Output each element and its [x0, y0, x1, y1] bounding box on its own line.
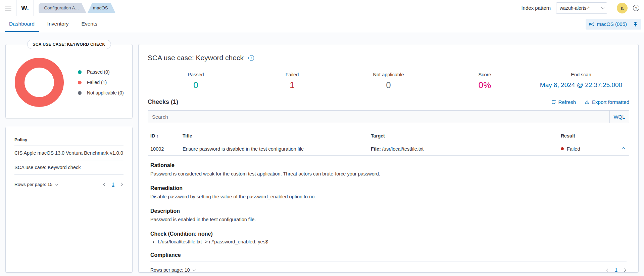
pin-icon[interactable]: [633, 22, 638, 27]
help-icon[interactable]: ?: [633, 5, 639, 11]
tab-events[interactable]: Events: [77, 16, 102, 32]
column-header-id[interactable]: ID↑: [148, 130, 180, 142]
breadcrumb: Configuration A... macOS: [39, 0, 115, 16]
stat-score: Score 0%: [437, 72, 533, 90]
tab-dashboard[interactable]: Dashboard: [5, 16, 39, 32]
checks-pagination: 1: [606, 267, 627, 273]
stat-not-applicable: Not applicable 0: [340, 72, 437, 90]
search-input[interactable]: [148, 111, 609, 123]
not-applicable-dot-icon: [78, 91, 82, 95]
policy-panel: Policy CIS Apple macOS 13.0 Ventura Benc…: [5, 127, 133, 273]
checks-rows-per-page[interactable]: Rows per page: 10: [150, 267, 195, 273]
sort-ascending-icon: ↑: [156, 133, 159, 139]
next-page-icon[interactable]: [119, 182, 123, 187]
sca-main-panel: SCA use case: Keyword check i Passed 0 F…: [138, 44, 639, 273]
content-area: SCA USE CASE: KEYWORD CHECK Passed (0) F…: [0, 32, 644, 273]
menu-icon[interactable]: [5, 6, 11, 10]
refresh-button[interactable]: Refresh: [551, 99, 576, 105]
avatar[interactable]: a: [617, 3, 628, 13]
failed-dot-icon: [78, 81, 82, 84]
checks-table-header: ID↑ Title Target Result: [148, 130, 629, 142]
divider: [16, 0, 16, 16]
page-title: SCA use case: Keyword check: [148, 54, 244, 62]
agent-badge[interactable]: macOS (005): [586, 19, 641, 30]
stats-row: Passed 0 Failed 1 Not applicable 0 Score…: [148, 72, 629, 90]
info-icon[interactable]: i: [248, 55, 254, 61]
index-pattern-value: wazuh-alerts-*: [560, 5, 590, 11]
index-pattern-select[interactable]: wazuh-alerts-*: [556, 2, 607, 14]
export-formatted-button[interactable]: Export formatted: [585, 99, 629, 105]
stat-score-value: 0%: [437, 80, 533, 90]
refresh-icon: [551, 100, 556, 105]
signal-icon: [589, 22, 594, 27]
failed-status-dot-icon: [561, 147, 564, 150]
check-condition-section: Check (Condition: none) f:/usr/local/tes…: [150, 231, 627, 244]
check-title-cell: Ensure password is disabled in the test …: [180, 143, 368, 155]
chevron-down-icon: [55, 182, 58, 186]
check-result-cell: Failed: [558, 143, 609, 155]
breadcrumb-macos[interactable]: macOS: [88, 3, 115, 13]
policy-row-keyword-check[interactable]: SCA use case: Keyword check: [14, 160, 123, 175]
checks-search-bar: WQL: [148, 110, 629, 123]
chevron-down-icon: [601, 6, 604, 9]
index-pattern-label: Index pattern: [521, 5, 551, 11]
tab-inventory[interactable]: Inventory: [43, 16, 73, 32]
description-section: Description Password is enabled in the t…: [150, 208, 627, 223]
policy-rows-per-page[interactable]: Rows per page: 15: [14, 182, 57, 187]
stat-end-scan-value[interactable]: May 8, 2024 @ 22:37:25.000: [533, 81, 629, 89]
divider: [34, 0, 34, 16]
breadcrumb-configuration-assessment[interactable]: Configuration A...: [39, 3, 86, 13]
results-donut-chart[interactable]: [15, 58, 64, 107]
compliance-section: Compliance: [150, 252, 627, 258]
collapse-row-button[interactable]: [620, 146, 627, 152]
donut-legend: Passed (0) Failed (1) Not applicable (0): [78, 69, 124, 95]
chevron-up-icon: [622, 147, 625, 151]
column-header-target[interactable]: Target: [368, 130, 558, 142]
donut-panel-title: SCA USE CASE: KEYWORD CHECK: [27, 40, 111, 49]
wazuh-logo[interactable]: W.: [21, 4, 29, 12]
stat-failed-value: 1: [244, 80, 340, 90]
chevron-down-icon: [192, 268, 196, 271]
download-icon: [585, 100, 590, 105]
check-target-cell: File: /usr/local/testfile.txt: [368, 143, 558, 155]
column-header-title[interactable]: Title: [180, 130, 368, 142]
module-tabs-bar: Dashboard Inventory Events macOS (005): [0, 16, 644, 32]
results-donut-panel: SCA USE CASE: KEYWORD CHECK Passed (0) F…: [5, 44, 133, 118]
remediation-section: Remediation Disable password by setting …: [150, 185, 627, 200]
stat-failed: Failed 1: [244, 72, 340, 90]
top-navbar: W. Configuration A... macOS Index patter…: [0, 0, 644, 16]
check-rule-item: f:/usr/local/testfile.txt -> r:^password…: [158, 239, 627, 244]
column-header-result: Result: [558, 130, 609, 142]
divider: [612, 0, 612, 16]
next-page-icon[interactable]: [622, 268, 627, 272]
passed-dot-icon: [78, 70, 82, 74]
check-row-10002[interactable]: 10002 Ensure password is disabled in the…: [148, 142, 629, 156]
checks-table: ID↑ Title Target Result 10002 Ensure pas…: [148, 130, 629, 273]
result-status-text: Failed: [567, 146, 580, 152]
checks-page-1[interactable]: 1: [615, 267, 617, 273]
rationale-section: Rationale Password is considered weak fo…: [150, 162, 627, 178]
stat-passed-value: 0: [148, 80, 244, 90]
stat-not-applicable-value: 0: [340, 80, 437, 90]
legend-item-passed[interactable]: Passed (0): [78, 69, 124, 75]
left-column: SCA USE CASE: KEYWORD CHECK Passed (0) F…: [5, 44, 133, 273]
agent-badge-label: macOS (005): [597, 21, 627, 27]
check-row-details: Rationale Password is considered weak fo…: [148, 156, 629, 262]
stat-passed: Passed 0: [148, 72, 244, 90]
policy-pagination: 1: [103, 182, 123, 187]
checks-heading: Checks (1): [148, 98, 178, 106]
previous-page-icon[interactable]: [103, 182, 107, 187]
wql-language-button[interactable]: WQL: [609, 111, 629, 123]
stat-end-scan: End scan May 8, 2024 @ 22:37:25.000: [533, 72, 629, 90]
policy-row-cis-benchmark[interactable]: CIS Apple macOS 13.0 Ventura Benchmark v…: [14, 146, 123, 160]
legend-item-failed[interactable]: Failed (1): [78, 80, 124, 85]
policy-page-1[interactable]: 1: [112, 182, 114, 187]
previous-page-icon[interactable]: [606, 268, 610, 272]
policy-column-header: Policy: [14, 137, 123, 146]
check-id-cell: 10002: [148, 143, 180, 155]
legend-item-not-applicable[interactable]: Not applicable (0): [78, 90, 124, 95]
